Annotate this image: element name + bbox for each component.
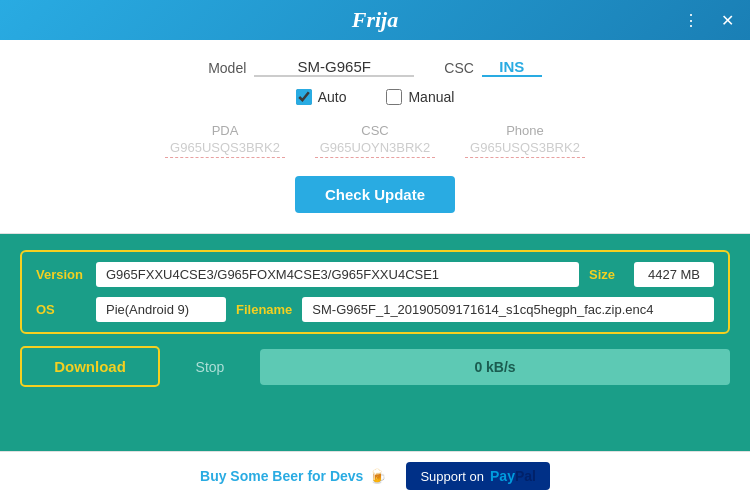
filename-value: SM-G965F_1_20190509171614_s1cq5hegph_fac… [302,297,714,322]
phone-field: Phone G965USQS3BRK2 [465,123,585,158]
checkbox-row: Auto Manual [40,89,710,105]
beer-emoji: 🍺 [369,468,386,484]
os-value: Pie(Android 9) [96,297,226,322]
model-input[interactable] [254,58,414,77]
paypal-button[interactable]: Support on PayPal [406,462,550,490]
model-label: Model [208,60,246,76]
pda-csc-phone-row: PDA G965USQS3BRK2 CSC G965UOYN3BRK2 Phon… [40,123,710,158]
manual-checkbox[interactable] [386,89,402,105]
manual-checkbox-label[interactable]: Manual [386,89,454,105]
beer-label: Buy Some Beer for Devs [200,468,363,484]
filename-label: Filename [236,302,292,317]
close-button[interactable]: ✕ [715,9,740,32]
top-section: Model CSC Auto Manual PDA G965USQS3BRK2 … [0,40,750,234]
csc-label: CSC [444,60,474,76]
support-label: Support on [420,469,484,484]
paypal-logo: PayPal [490,468,536,484]
download-button[interactable]: Download [20,346,160,387]
os-filename-row: OS Pie(Android 9) Filename SM-G965F_1_20… [36,297,714,322]
size-value: 4427 MB [634,262,714,287]
footer: Buy Some Beer for Devs 🍺 Support on PayP… [0,451,750,500]
menu-button[interactable]: ⋮ [677,9,705,32]
version-value: G965FXXU4CSE3/G965FOXM4CSE3/G965FXXU4CSE… [96,262,579,287]
title-bar: Frija ⋮ ✕ [0,0,750,40]
size-label: Size [589,267,624,282]
pda-label: PDA [212,123,239,138]
beer-text: Buy Some Beer for Devs 🍺 [200,468,386,484]
version-label: Version [36,267,86,282]
check-update-button[interactable]: Check Update [295,176,455,213]
pda-field: PDA G965USQS3BRK2 [165,123,285,158]
version-size-row: Version G965FXXU4CSE3/G965FOXM4CSE3/G965… [36,262,714,287]
action-row: Download Stop 0 kB/s [20,346,730,387]
auto-label: Auto [318,89,347,105]
pda-value: G965USQS3BRK2 [165,140,285,158]
app-title: Frija [352,7,398,33]
phone-value: G965USQS3BRK2 [465,140,585,158]
phone-label: Phone [506,123,544,138]
auto-checkbox-label[interactable]: Auto [296,89,347,105]
csc-field: CSC G965UOYN3BRK2 [315,123,435,158]
csc-field-value: G965UOYN3BRK2 [315,140,435,158]
model-csc-row: Model CSC [40,58,710,77]
firmware-info-box: Version G965FXXU4CSE3/G965FOXM4CSE3/G965… [20,250,730,334]
os-label: OS [36,302,86,317]
stop-button[interactable]: Stop [170,349,250,385]
progress-label: 0 kB/s [474,359,515,375]
manual-label: Manual [408,89,454,105]
progress-bar: 0 kB/s [260,349,730,385]
window-controls: ⋮ ✕ [677,9,740,32]
auto-checkbox[interactable] [296,89,312,105]
bottom-section: Version G965FXXU4CSE3/G965FOXM4CSE3/G965… [0,234,750,451]
csc-field-label: CSC [361,123,388,138]
csc-input[interactable] [482,58,542,77]
